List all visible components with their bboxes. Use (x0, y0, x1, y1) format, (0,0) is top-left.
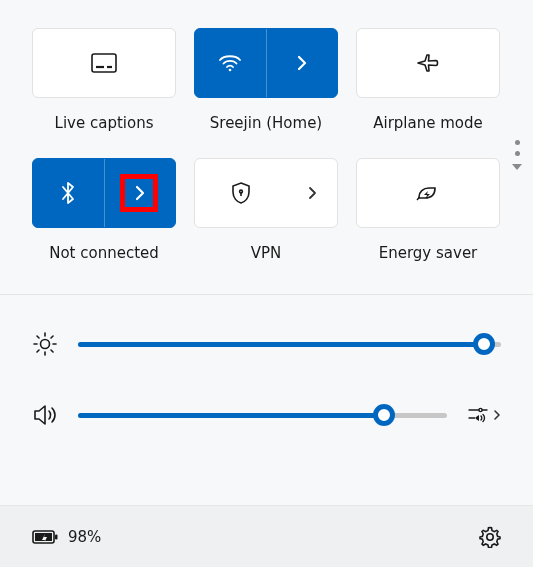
audio-output-icon (467, 405, 489, 425)
brightness-row (32, 331, 501, 357)
brightness-thumb[interactable] (473, 333, 495, 355)
energy-label: Energy saver (379, 244, 478, 262)
svg-point-23 (487, 533, 493, 539)
bluetooth-label: Not connected (49, 244, 159, 262)
wifi-label: Sreejin (Home) (210, 114, 322, 132)
vpn-toggle[interactable] (195, 159, 287, 227)
volume-fill (78, 413, 384, 418)
battery-percent: 98% (68, 528, 101, 546)
volume-output-select[interactable] (467, 405, 501, 425)
sliders-section (0, 294, 533, 455)
chevron-down-icon[interactable] (511, 162, 523, 172)
bluetooth-toggle[interactable] (33, 159, 104, 227)
battery-icon (32, 528, 58, 546)
energy-saver-icon (415, 183, 441, 203)
svg-point-3 (229, 69, 232, 72)
svg-line-13 (51, 350, 53, 352)
svg-rect-0 (92, 54, 116, 72)
gear-icon (479, 526, 501, 548)
bottom-bar: 98% (0, 505, 533, 567)
chevron-right-icon (493, 409, 501, 421)
tile-group-live-captions: Live captions (32, 28, 176, 132)
tile-group-energy: Energy saver (356, 158, 500, 262)
battery-status[interactable]: 98% (32, 528, 101, 546)
live-captions-tile[interactable] (32, 28, 176, 98)
shield-lock-icon (230, 181, 252, 205)
chevron-right-icon (296, 54, 308, 72)
vpn-label: VPN (251, 244, 282, 262)
page-dot (515, 151, 520, 156)
brightness-fill (78, 342, 484, 347)
chevron-right-icon (308, 186, 317, 200)
brightness-icon (32, 331, 58, 357)
settings-button[interactable] (479, 526, 501, 548)
svg-marker-6 (512, 164, 522, 170)
bluetooth-icon (60, 181, 76, 205)
energy-tile[interactable] (356, 158, 500, 228)
tile-group-vpn: VPN (194, 158, 338, 262)
brightness-slider[interactable] (78, 342, 501, 347)
tile-group-bluetooth: Not connected (32, 158, 176, 262)
quick-settings-panel: Live captions (0, 0, 533, 288)
page-dot (515, 140, 520, 145)
wifi-icon (218, 53, 242, 73)
wifi-tile (194, 28, 338, 98)
tiles-grid: Live captions (32, 28, 501, 288)
tile-group-wifi: Sreejin (Home) (194, 28, 338, 132)
volume-thumb[interactable] (373, 404, 395, 426)
volume-row (32, 403, 501, 427)
bluetooth-expand[interactable] (105, 159, 176, 227)
airplane-label: Airplane mode (373, 114, 483, 132)
wifi-expand[interactable] (267, 29, 338, 97)
svg-point-7 (41, 340, 50, 349)
svg-line-14 (51, 336, 53, 338)
svg-point-18 (479, 408, 482, 411)
volume-slider[interactable] (78, 413, 447, 418)
svg-line-12 (37, 336, 39, 338)
speaker-icon (32, 403, 58, 427)
svg-rect-21 (55, 534, 58, 539)
wifi-toggle[interactable] (195, 29, 266, 97)
vpn-tile (194, 158, 338, 228)
bluetooth-tile (32, 158, 176, 228)
live-captions-label: Live captions (55, 114, 154, 132)
vpn-expand[interactable] (287, 159, 337, 227)
chevron-right-icon (134, 184, 146, 202)
airplane-tile[interactable] (356, 28, 500, 98)
svg-point-4 (240, 190, 243, 193)
tile-group-airplane: Airplane mode (356, 28, 500, 132)
svg-line-15 (37, 350, 39, 352)
airplane-icon (416, 52, 440, 74)
page-indicator (511, 140, 523, 172)
captions-icon (91, 53, 117, 73)
